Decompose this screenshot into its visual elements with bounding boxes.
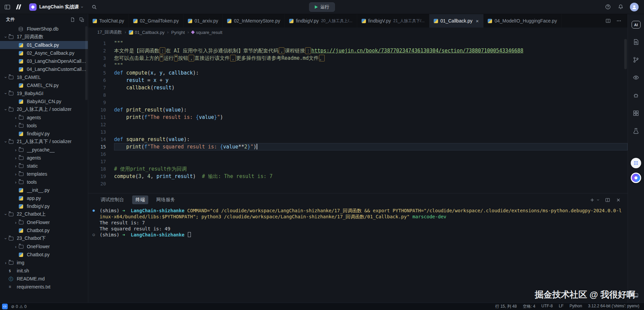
code-line[interactable]: 13 [88, 128, 628, 136]
bug-icon[interactable] [633, 92, 639, 99]
split-panel-icon[interactable] [604, 196, 611, 203]
code-editor[interactable]: 1"""2本文件是【回调函数：在 AI 应用中引入异步通信机制】章节的配套代码，… [88, 37, 628, 193]
run-button[interactable]: 运行 [309, 2, 335, 12]
tree-item[interactable]: Chatbot.py [0, 251, 88, 259]
sidebar-scrollbar[interactable] [85, 26, 88, 100]
tree-item[interactable]: ›20_人脉工具上 / socializer [0, 105, 88, 114]
tree-item[interactable]: ›templates [0, 170, 88, 178]
tree-item[interactable]: ›17_回调函数 [0, 33, 88, 41]
tree-item[interactable]: ›tools [0, 122, 88, 130]
tree-item[interactable]: ›OneFlower [0, 218, 88, 226]
assistant-logo-button[interactable] [631, 173, 641, 183]
grid-icon[interactable] [633, 110, 639, 117]
code-line[interactable]: 4""" [88, 62, 628, 69]
editor-tab[interactable]: 02_InMemoryStore.py [223, 14, 285, 28]
code-line[interactable]: 18# 使用print_result作为回调 [88, 165, 628, 173]
tree-item[interactable]: ≡requirements.txt [0, 283, 88, 291]
code-line[interactable]: 6 result = x + y [88, 77, 628, 84]
code-line[interactable]: 3您可以点击最上方的“运行”按钮，直接运行该文件，更多操作指引请参考Readme… [88, 54, 628, 62]
tree-item[interactable]: ›22_Chatbot上 [0, 210, 88, 218]
new-terminal-button[interactable] [589, 196, 600, 203]
apps-launcher-button[interactable] [631, 158, 641, 168]
collapse-all-icon[interactable] [79, 17, 85, 23]
search-button[interactable] [91, 4, 98, 10]
code-line[interactable]: 5def compute(x, y, callback): [88, 69, 628, 77]
panel-tab-终端[interactable]: 终端 [132, 195, 148, 204]
editor-tab[interactable]: 02_GmailToken.py [129, 14, 183, 28]
split-editor-icon[interactable] [605, 17, 611, 24]
tree-item[interactable]: ›__pycache__ [0, 146, 88, 154]
panel-tab-调试控制台[interactable]: 调试控制台 [97, 195, 127, 204]
code-line[interactable]: 1""" [88, 40, 628, 47]
terminal[interactable]: ●(shims) ➜ LangChain-shizhanke COMMAND="… [88, 206, 628, 303]
remote-indicator[interactable] [2, 304, 8, 309]
eye-icon[interactable] [633, 74, 639, 81]
project-switcher[interactable]: LangChain 实战课 › [26, 2, 86, 12]
tree-item[interactable]: iREADME.md [0, 275, 88, 283]
tree-item[interactable]: 01_Callback.py [0, 41, 88, 49]
status-language-mode[interactable]: Python [570, 304, 582, 309]
close-tab-button[interactable]: × [476, 18, 479, 24]
sidebar-toggle-icon[interactable] [4, 4, 11, 10]
tree-item[interactable]: app.py [0, 194, 88, 202]
breadcrumb-item[interactable]: Pyright [171, 30, 185, 35]
code-line[interactable]: 20 [88, 180, 628, 187]
tree-item[interactable]: $init.sh [0, 267, 88, 275]
user-avatar[interactable] [630, 3, 639, 11]
tree-item[interactable]: ›agents [0, 114, 88, 122]
tree-item[interactable]: BabyAGI_CN.py [0, 97, 88, 105]
status-cursor-position[interactable]: 行 15, 列 48 [495, 304, 517, 309]
new-file-icon[interactable] [70, 17, 75, 23]
editor-tab[interactable]: findbigV.py20_人脉工具上/... [285, 14, 357, 28]
breadcrumb-item[interactable]: square_result [192, 30, 222, 35]
tree-item[interactable]: ›img [0, 259, 88, 267]
flask-icon[interactable] [633, 128, 639, 134]
tree-item[interactable]: ›21_人脉工具下 / socializer [0, 138, 88, 146]
tree-item[interactable]: ›19_BabyAGI [0, 89, 88, 97]
problems-indicator[interactable]: ⊘ 0 ⚠ 0 [11, 304, 26, 309]
tree-item[interactable]: ›18_CAMEL [0, 73, 88, 81]
code-line[interactable]: 8 [88, 91, 628, 99]
code-line[interactable]: 17 [88, 158, 628, 165]
code-line[interactable]: 12 [88, 121, 628, 128]
status-python-interpreter[interactable]: 3.12.2 64-bit ('shims': pyenv) [588, 304, 639, 309]
code-link[interactable]: https://juejin.cn/book/73877023474361303… [311, 48, 523, 54]
code-line[interactable]: 11 print(f"The result is: {value}") [88, 114, 628, 121]
code-line[interactable]: 7 callback(result) [88, 84, 628, 91]
editor-tab[interactable]: 04_ModelIO_HuggingFace.py [483, 14, 561, 28]
tree-item[interactable]: ›static [0, 162, 88, 170]
tree-item[interactable]: ›agents [0, 154, 88, 162]
git-branch-icon[interactable] [633, 56, 639, 63]
code-line[interactable]: 19compute(3, 4, print_result) # 输出: The … [88, 173, 628, 180]
tree-item[interactable]: 04_LangChainCustomCallback... [0, 65, 88, 73]
code-line[interactable]: 2本文件是【回调函数：在 AI 应用中引入异步通信机制】章节的配套代码，课程链接… [88, 47, 628, 54]
more-actions-icon[interactable] [615, 17, 622, 24]
code-line[interactable]: 9 [88, 99, 628, 106]
editor-tab[interactable]: ToolChat.py [88, 14, 129, 28]
panel-toggle-icon[interactable] [633, 293, 639, 299]
tree-item[interactable]: 02_Async_Callback.py [0, 49, 88, 57]
close-panel-icon[interactable] [615, 196, 622, 203]
status-indentation[interactable]: 空格: 4 [523, 304, 535, 309]
editor-scrollbar[interactable] [624, 39, 627, 69]
notifications-button[interactable] [617, 4, 624, 10]
editor-tab[interactable]: findbigV.py21_人脉工具下/... [357, 14, 429, 28]
code-line[interactable]: 10def print_result(value): [88, 106, 628, 114]
ai-panel-button[interactable]: AI [632, 21, 641, 29]
status-eol[interactable]: LF [559, 304, 564, 309]
tree-item[interactable]: Chatbot.py [0, 226, 88, 234]
code-line[interactable]: 16 [88, 150, 628, 158]
tree-item[interactable]: 03_LangChainOpenAICallback... [0, 57, 88, 65]
panel-tab-网络服务[interactable]: 网络服务 [153, 195, 178, 204]
editor-tab[interactable]: 01_arxiv.py [183, 14, 223, 28]
file-search-icon[interactable] [633, 39, 639, 45]
code-line[interactable]: 15 print(f"The squared result is: {value… [88, 143, 628, 150]
tree-item[interactable]: __init__.py [0, 186, 88, 194]
help-button[interactable] [604, 4, 611, 10]
breadcrumb-item[interactable]: 01_Callback.py [129, 30, 165, 35]
tree-item[interactable]: findbigV.py [0, 202, 88, 210]
breadcrumb-item[interactable]: 17_回调函数 [97, 29, 122, 35]
tree-item[interactable]: ›23_Chatbot下 [0, 234, 88, 242]
status-encoding[interactable]: UTF-8 [541, 304, 553, 309]
editor-tab[interactable]: 01_Callback.py× [429, 14, 484, 28]
